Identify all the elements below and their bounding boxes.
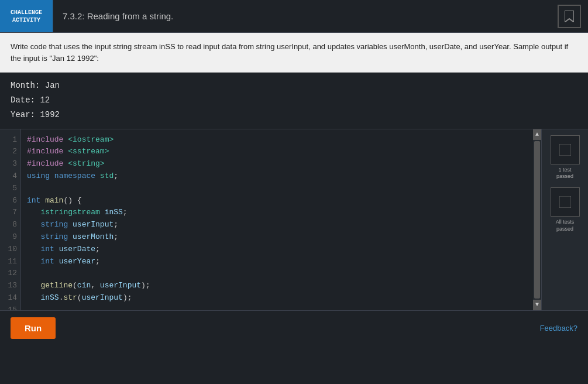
feedback-link[interactable]: Feedback? [540,324,577,332]
code-line-8: string userInput; [27,219,527,231]
scroll-up-button[interactable]: ▲ [533,129,541,140]
header-title: 7.3.2: Reading from a string. [53,11,558,21]
code-line-2: #include <sstream> [27,146,527,158]
line-numbers: 12345 678910 1112131415 1617181920 21 [0,129,21,310]
bookmark-button[interactable] [558,5,581,28]
code-line-5 [27,183,527,195]
test-box-2-wrapper: All testspassed [551,187,580,232]
code-line-10: int userDate; [27,244,527,256]
svg-rect-1 [559,144,571,156]
code-line-15 [27,304,527,310]
code-line-6: int main() { [27,195,527,207]
header: CHALLENGE ACTIVITY 7.3.2: Reading from a… [0,0,588,33]
scroll-down-button[interactable]: ▼ [533,300,541,310]
test-box-2-label: All testspassed [551,219,580,232]
editor-scrollbar[interactable]: ▲ ▼ [533,129,541,310]
code-line-3: #include <string> [27,158,527,170]
run-button[interactable]: Run [11,317,56,339]
challenge-badge-text: CHALLENGE ACTIVITY [11,9,42,24]
challenge-badge: CHALLENGE ACTIVITY [0,0,53,32]
bookmark-icon [565,11,574,22]
code-lines: 12345 678910 1112131415 1617181920 21 #i… [0,129,533,310]
code-line-9: string userMonth; [27,231,527,244]
test-box-1-label: 1 testpassed [551,167,580,180]
code-line-4: using namespace std; [27,170,527,183]
code-content[interactable]: #include <iostream> #include <sstream> #… [21,129,533,310]
code-area[interactable]: 12345 678910 1112131415 1617181920 21 #i… [0,129,533,310]
sample-line-1: Month: Jan [11,78,577,93]
code-line-7: istringstream inSS; [27,207,527,219]
code-line-11: int userYear; [27,256,527,268]
description-text: Write code that uses the input string st… [11,42,568,63]
test-box-2 [551,187,580,217]
bottom-bar: Run Feedback? [0,310,588,345]
test-panel: 1 testpassed All testspassed [541,129,588,310]
test-box-1 [551,135,580,164]
code-line-14: inSS.str(userInput); [27,292,527,304]
code-line-12 [27,268,527,280]
sample-line-3: Year: 1992 [11,108,577,122]
sample-output-area: Month: Jan Date: 12 Year: 1992 [0,73,588,129]
scroll-thumb[interactable] [534,141,540,299]
svg-rect-2 [559,196,571,208]
code-line-13: getline(cin, userInput); [27,280,527,292]
code-line-1: #include <iostream> [27,134,527,146]
sample-line-2: Date: 12 [11,93,577,108]
description-area: Write code that uses the input string st… [0,33,588,73]
test-pass-icon-2 [559,196,571,208]
test-box-1-wrapper: 1 testpassed [551,135,580,180]
code-editor[interactable]: 12345 678910 1112131415 1617181920 21 #i… [0,129,588,310]
svg-marker-0 [565,11,574,22]
test-pass-icon-1 [559,144,571,156]
